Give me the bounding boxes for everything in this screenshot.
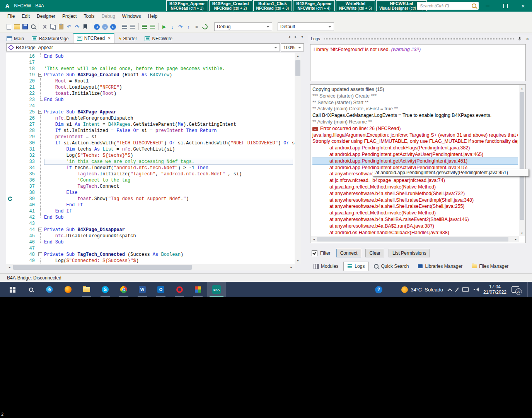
dock-tab-modules[interactable]: Modules: [309, 262, 343, 271]
code-line[interactable]: 19 − Private Sub B4XPage_Created (Root1 …: [6, 72, 295, 78]
menu-edit[interactable]: Edit: [18, 12, 33, 20]
log-line[interactable]: at anywheresoftware.b4a.shell.Shell.rais…: [312, 197, 518, 204]
list-permissions-button[interactable]: List Permissions: [389, 249, 430, 257]
quick-access-tab[interactable]: B4XPage_Appear NFCRead (ctrl + 1): [166, 0, 208, 11]
log-line[interactable]: at anywheresoftware.b4a.BA$2.run(BA.java…: [312, 223, 518, 230]
editor-margin[interactable]: [6, 183, 15, 190]
panel-close-icon[interactable]: ×: [526, 36, 529, 42]
log-line[interactable]: java.lang.IllegalArgumentException: jc.n…: [312, 132, 518, 139]
taskbar-firefox-button[interactable]: [59, 282, 77, 297]
scrollbar-thumb[interactable]: [295, 60, 300, 76]
editor-margin[interactable]: [6, 60, 15, 66]
log-line[interactable]: at java.lang.reflect.Method.invoke(Nativ…: [312, 210, 518, 216]
log-line[interactable]: Call B4XPages.GetManager.LogEvents = Tru…: [312, 112, 518, 119]
code-line[interactable]: 44 − Private Sub B4XPage_Disappear: [6, 227, 295, 233]
scroll-up-icon[interactable]: ▲: [519, 85, 525, 91]
collapse-icon[interactable]: −: [38, 228, 42, 231]
notification-icon[interactable]: 27: [512, 286, 519, 293]
clear-button[interactable]: Clear: [365, 249, 384, 257]
editor-margin[interactable]: [6, 115, 15, 122]
taskbar-outlook-button[interactable]: O: [152, 282, 170, 297]
log-horizontal-scrollbar[interactable]: ◄ ►: [311, 236, 519, 242]
filter-checkbox[interactable]: [312, 250, 317, 256]
taskbar-opera-button[interactable]: [170, 282, 189, 297]
scroll-left-icon[interactable]: ◄: [311, 236, 317, 242]
code-line[interactable]: 40 End If: [6, 202, 295, 208]
scroll-down-icon[interactable]: ▼: [295, 257, 301, 264]
editor-margin[interactable]: [6, 190, 15, 196]
editor-margin[interactable]: [6, 78, 15, 84]
debug-mode-select[interactable]: Debug: [214, 22, 272, 31]
help-tip-icon[interactable]: ?: [375, 286, 382, 293]
pin-icon[interactable]: [518, 37, 522, 41]
build-config-select[interactable]: Default: [278, 22, 334, 31]
nav-stop-icon[interactable]: ●: [101, 22, 109, 31]
menu-windows[interactable]: Windows: [119, 12, 145, 20]
log-line[interactable]: Strongly consider using FLAG_IMMUTABLE, …: [312, 138, 518, 145]
code-line[interactable]: 35 TagTech.Initialize("TagTech", "androi…: [6, 171, 295, 177]
code-line[interactable]: 21 Root.LoadLayout("NFCRE"): [6, 84, 295, 91]
log-line[interactable]: ** Activity (main) Resume **: [312, 119, 518, 125]
tab-close-icon[interactable]: ×: [108, 36, 111, 41]
code-line[interactable]: 34 If techs.IndexOf("android.nfc.tech.Nd…: [6, 165, 295, 171]
copy-icon[interactable]: [49, 22, 57, 31]
editor-margin[interactable]: [6, 53, 15, 60]
scroll-left-icon[interactable]: ◄: [6, 264, 13, 271]
code-line[interactable]: 48 − Private Sub TagTech_Connected (Succ…: [6, 252, 295, 258]
nav-forward-icon[interactable]: ►: [109, 22, 117, 31]
document-tab-starter[interactable]: ϟStarter: [115, 34, 140, 43]
show-desktop-button[interactable]: [527, 282, 529, 297]
editor-margin[interactable]: [6, 202, 15, 208]
dock-tab-quick-search[interactable]: Quick Search: [370, 262, 413, 271]
code-line[interactable]: 18 'This event will be called once, befo…: [6, 66, 295, 72]
pen-icon[interactable]: [455, 287, 459, 291]
code-line[interactable]: 37 TagTech.Connect: [6, 183, 295, 190]
scrollbar-thumb[interactable]: [13, 265, 192, 270]
code-line[interactable]: 29 prevIntent = si: [6, 134, 295, 140]
editor-horizontal-scrollbar[interactable]: ◄ ►: [6, 264, 295, 271]
clock[interactable]: 17:04 21/07/2022: [483, 284, 506, 295]
editor-margin[interactable]: [6, 159, 15, 165]
scrollbar-thumb[interactable]: [317, 237, 508, 242]
collapse-icon[interactable]: −: [38, 110, 42, 114]
menu-project[interactable]: Project: [59, 12, 80, 20]
collapse-icon[interactable]: −: [38, 73, 42, 77]
editor-margin[interactable]: [6, 221, 15, 227]
search-icon[interactable]: [472, 3, 476, 8]
step-into-icon[interactable]: ↓: [168, 22, 176, 31]
menu-tools[interactable]: Tools: [80, 12, 98, 20]
code-line[interactable]: 41 End If: [6, 208, 295, 214]
taskbar-chrome-button[interactable]: [114, 282, 133, 297]
menu-designer[interactable]: Designer: [33, 12, 59, 20]
code-line[interactable]: 28 If si.IsInitialized = False Or si = p…: [6, 128, 295, 134]
code-line[interactable]: 24: [6, 103, 295, 109]
editor-margin[interactable]: [6, 122, 15, 128]
tab-scroll-right-icon[interactable]: ►: [294, 35, 297, 39]
log-line[interactable]: at java.lang.reflect.Method.invoke(Nativ…: [312, 184, 518, 190]
log-line[interactable]: at anywheresoftware.b4a.ShellBA.raiseEve…: [312, 216, 518, 223]
log-line[interactable]: at anywheresoftware.b4a.shell.Shell.rais…: [312, 203, 518, 210]
taskbar-office-button[interactable]: [189, 282, 207, 297]
menu-file[interactable]: File: [4, 12, 18, 20]
menu-debug[interactable]: Debug: [98, 12, 118, 20]
code-line[interactable]: 22 toast.Initialize(Root): [6, 91, 295, 97]
code-editor[interactable]: 16 End Sub 17 18 'This event will be cal…: [6, 53, 295, 264]
zoom-select[interactable]: 100%: [281, 43, 304, 51]
weather-widget[interactable]: 34°C Soleado: [401, 286, 443, 293]
log-line[interactable]: →Error occurred on line: 26 (NFCRead): [312, 125, 518, 132]
comment-icon[interactable]: [140, 22, 148, 31]
editor-vertical-scrollbar[interactable]: ▲ ▼: [295, 53, 301, 264]
taskbar-search-button[interactable]: [22, 282, 40, 297]
fold-column[interactable]: −: [37, 227, 44, 233]
editor-margin[interactable]: [6, 233, 15, 239]
log-line[interactable]: Copying updated assets files (15): [312, 86, 518, 93]
tab-list-icon[interactable]: ▼: [301, 35, 304, 39]
log-line[interactable]: at jc.nfcrw.nfcread._b4xpage_appear(nfcr…: [312, 177, 518, 184]
redo-icon[interactable]: ↷: [73, 22, 81, 31]
editor-margin[interactable]: [6, 91, 15, 97]
code-line[interactable]: 30 If si.Action.EndsWith("TECH_DISCOVERE…: [6, 140, 295, 146]
open-file-icon[interactable]: [13, 22, 21, 31]
editor-margin[interactable]: [6, 239, 15, 245]
indent-icon[interactable]: [129, 22, 137, 31]
bookmark-icon[interactable]: [81, 22, 89, 31]
